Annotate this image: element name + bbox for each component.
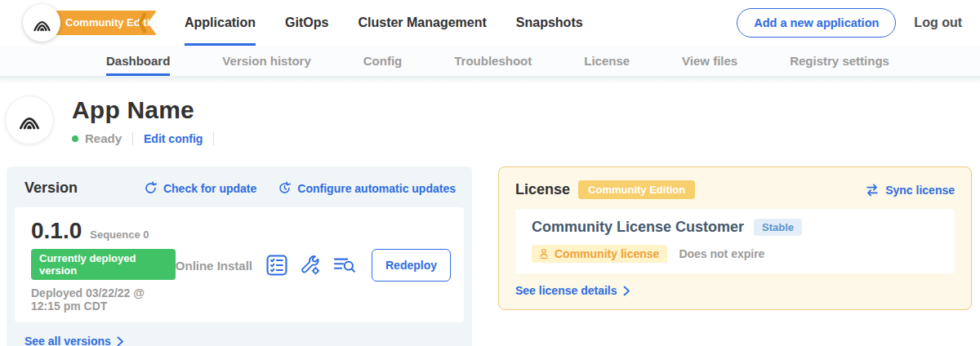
app-header: App Name Ready Edit config: [0, 83, 980, 145]
auto-update-icon: [278, 181, 292, 195]
app-status-row: Ready Edit config: [72, 131, 225, 145]
page-title: App Name: [72, 96, 225, 124]
replicated-logo-icon: [31, 12, 53, 34]
add-new-application-button[interactable]: Add a new application: [737, 8, 896, 38]
channel-badge: Stable: [754, 219, 802, 236]
kots-admin-console: Community Edition Application GitOps Clu…: [0, 0, 980, 346]
tab-application-label: Application: [185, 16, 256, 30]
see-license-details-link[interactable]: See license details: [515, 284, 630, 297]
brand-badge[interactable]: Community Edition: [23, 4, 157, 42]
version-card: Version Check for update Configure autom…: [7, 166, 472, 346]
preflight-checks-icon[interactable]: [266, 255, 287, 276]
app-avatar: [5, 95, 54, 144]
license-type-badge: Community license: [532, 245, 667, 263]
license-card-title: License: [515, 181, 570, 198]
configure-automatic-updates-label: Configure automatic updates: [297, 182, 456, 195]
divider: [213, 132, 214, 145]
subnav-view-files[interactable]: View files: [682, 46, 737, 76]
config-values-icon[interactable]: [300, 255, 321, 276]
current-version-panel: 0.1.0 Sequence 0 Currently deployed vers…: [15, 207, 464, 322]
subnav-view-files-label: View files: [682, 54, 737, 68]
version-card-title: Version: [24, 180, 78, 197]
status-dot: [72, 135, 78, 142]
edit-config-link[interactable]: Edit config: [144, 132, 203, 145]
license-type-row: Community license Does not expire: [532, 245, 938, 263]
app-meta: App Name Ready Edit config: [72, 95, 225, 145]
deploy-logs-icon[interactable]: [333, 255, 356, 275]
customer-name: Community License Customer: [532, 219, 744, 236]
currently-deployed-badge: Currently deployed version: [31, 249, 176, 280]
subnav-version-history[interactable]: Version history: [222, 46, 310, 76]
see-all-versions-link[interactable]: See all versions: [24, 335, 124, 346]
license-customer-row: Community License Customer Stable: [532, 219, 938, 236]
see-all-versions-label: See all versions: [24, 335, 111, 346]
version-number: 0.1.0: [31, 218, 82, 244]
subnav-troubleshoot-label: Troubleshoot: [454, 54, 532, 68]
license-details-panel: Community License Customer Stable Commun…: [515, 209, 955, 273]
top-nav: Community Edition Application GitOps Clu…: [0, 0, 980, 46]
subnav-config-label: Config: [363, 54, 402, 68]
tab-gitops-label: GitOps: [285, 16, 328, 30]
sync-license-link[interactable]: Sync license: [865, 184, 955, 197]
subnav-registry-settings[interactable]: Registry settings: [790, 46, 889, 76]
redeploy-button[interactable]: Redeploy: [372, 249, 451, 282]
subnav-shadow: [0, 76, 980, 83]
chevron-right-icon: [117, 336, 124, 346]
subnav-troubleshoot[interactable]: Troubleshoot: [454, 46, 532, 76]
check-for-update-link[interactable]: Check for update: [144, 181, 256, 195]
primary-tabs: Application GitOps Cluster Management Sn…: [185, 0, 583, 46]
version-number-row: 0.1.0 Sequence 0: [31, 218, 176, 244]
tab-cluster-management-label: Cluster Management: [358, 16, 486, 30]
subnav-license-label: License: [584, 54, 630, 68]
version-card-header: Version Check for update Configure autom…: [15, 180, 464, 197]
configure-automatic-updates-link[interactable]: Configure automatic updates: [278, 181, 456, 195]
logout-link[interactable]: Log out: [914, 16, 962, 30]
community-edition-badge: Community Edition: [578, 180, 695, 199]
sync-arrows-icon: [865, 184, 880, 197]
refresh-icon: [144, 181, 158, 195]
sync-license-label: Sync license: [885, 184, 955, 197]
person-icon: [538, 248, 550, 260]
version-info: 0.1.0 Sequence 0 Currently deployed vers…: [31, 218, 176, 313]
divider: [132, 132, 133, 145]
subnav-dashboard-label: Dashboard: [106, 54, 170, 68]
subnav-license[interactable]: License: [584, 46, 630, 76]
secondary-nav: Dashboard Version history Config Trouble…: [0, 46, 980, 76]
subnav-config[interactable]: Config: [363, 46, 402, 76]
subnav-version-history-label: Version history: [222, 54, 310, 68]
ribbon-label: Community Edition: [65, 16, 163, 29]
ribbon-fold-icon: [138, 12, 146, 33]
tab-gitops[interactable]: GitOps: [285, 0, 328, 46]
replicated-logo: [23, 4, 60, 42]
subnav-dashboard[interactable]: Dashboard: [106, 46, 170, 76]
dashboard-cards: Version Check for update Configure autom…: [0, 145, 980, 346]
see-license-details-label: See license details: [515, 284, 617, 297]
check-for-update-label: Check for update: [163, 182, 256, 195]
version-actions: Online Install: [176, 249, 451, 282]
deployed-timestamp: Deployed 03/22/22 @ 12:15 pm CDT: [31, 286, 176, 313]
subnav-registry-settings-label: Registry settings: [790, 54, 889, 68]
license-type-label: Community license: [555, 247, 659, 260]
license-card: License Community Edition Sync license C…: [498, 166, 972, 310]
tab-snapshots-label: Snapshots: [516, 16, 583, 30]
tab-snapshots[interactable]: Snapshots: [516, 0, 583, 46]
install-type-label: Online Install: [176, 259, 252, 273]
tab-cluster-management[interactable]: Cluster Management: [358, 0, 486, 46]
app-logo-icon: [16, 107, 42, 133]
status-text: Ready: [85, 131, 122, 145]
tab-application[interactable]: Application: [185, 0, 256, 46]
chevron-right-icon: [623, 286, 630, 296]
license-card-header: License Community Edition Sync license: [515, 180, 955, 199]
expiry-text: Does not expire: [679, 247, 764, 260]
sequence-label: Sequence 0: [90, 228, 149, 241]
